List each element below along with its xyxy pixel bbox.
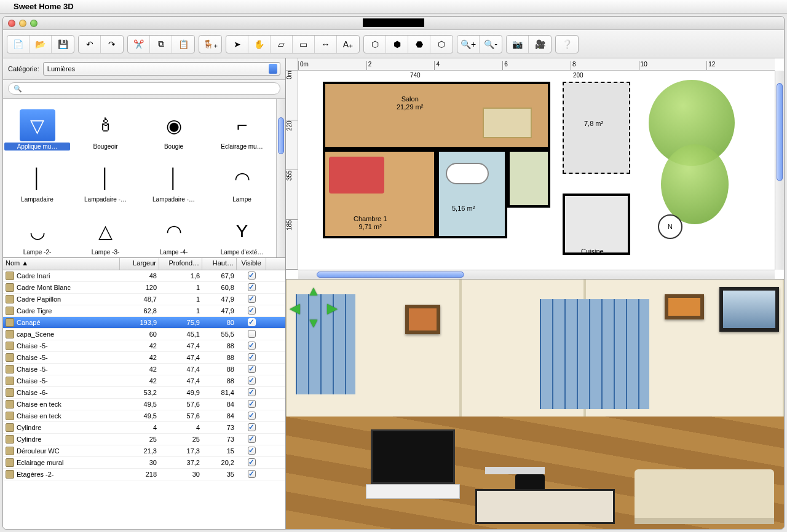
app-title[interactable]: Sweet Home 3D bbox=[14, 2, 74, 11]
system-menubar: Sweet Home 3D bbox=[0, 0, 787, 14]
